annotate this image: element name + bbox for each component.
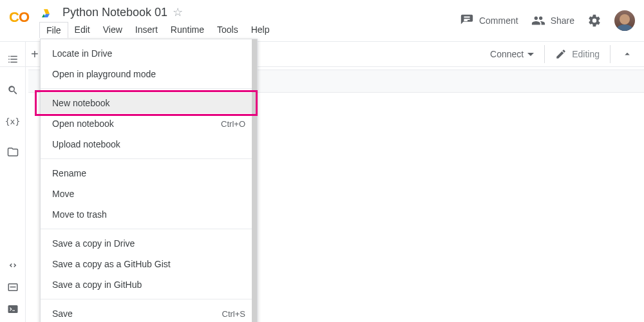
file-menu-item[interactable]: Open notebookCtrl+O (41, 113, 257, 134)
file-menu-item[interactable]: Rename (41, 163, 257, 184)
file-menu-item-label: Save a copy in GitHub (52, 279, 142, 290)
user-avatar[interactable] (614, 10, 635, 31)
pencil-icon (555, 48, 567, 60)
menu-insert[interactable]: Insert (129, 22, 164, 38)
file-menu-item[interactable]: SaveCtrl+S (41, 303, 257, 322)
file-menu-shortcut: Ctrl+S (222, 309, 245, 319)
menu-edit[interactable]: Edit (68, 22, 97, 38)
search-icon[interactable] (6, 84, 19, 97)
menu-separator (41, 88, 257, 89)
file-menu-item-label: Save (52, 308, 73, 319)
file-menu-item[interactable]: Open in playground mode (41, 64, 257, 84)
file-menu-item-label: Open in playground mode (52, 69, 156, 79)
collapse-header-button[interactable] (621, 48, 634, 61)
sidebar-bottom (0, 259, 26, 316)
menubar: File Edit View Insert Runtime Tools Help (39, 22, 460, 38)
title-block: Python Notebook 01 ☆ File Edit View Inse… (39, 5, 460, 38)
comment-button[interactable]: Comment (460, 14, 518, 28)
toc-icon[interactable] (6, 53, 19, 66)
file-menu-item[interactable]: Upload notebook (41, 134, 257, 155)
drive-icon (39, 8, 52, 19)
file-menu-item-label: Locate in Drive (52, 48, 112, 59)
svg-rect-2 (8, 305, 18, 313)
colab-logo: CO (9, 9, 29, 26)
file-menu-item-label: Move (52, 189, 74, 199)
header-actions: Comment Share (460, 10, 635, 31)
file-menu-item-label: Save a copy in Drive (52, 238, 135, 249)
svg-rect-1 (10, 287, 16, 288)
file-menu-item-label: Save a copy as a GitHub Gist (52, 259, 171, 269)
menu-view[interactable]: View (97, 22, 129, 38)
chevron-up-icon (621, 48, 633, 60)
command-palette-icon[interactable] (6, 281, 19, 294)
insert-cell-button[interactable]: + (31, 47, 39, 62)
file-menu-item[interactable]: Move to trash (41, 204, 257, 225)
share-label: Share (551, 15, 574, 26)
file-menu-item-label: New notebook (52, 98, 110, 108)
file-menu-item[interactable]: Save a copy as a GitHub Gist (41, 254, 257, 274)
code-snippets-icon[interactable] (6, 259, 19, 272)
divider (610, 45, 611, 63)
editing-label: Editing (572, 49, 600, 59)
file-menu-item-label: Open notebook (52, 118, 114, 129)
menu-runtime[interactable]: Runtime (164, 22, 211, 38)
file-menu-item[interactable]: Save a copy in Drive (41, 233, 257, 254)
menu-tools[interactable]: Tools (211, 22, 245, 38)
star-icon[interactable]: ☆ (173, 5, 183, 19)
share-button[interactable]: Share (531, 14, 574, 28)
file-menu-item-label: Move to trash (52, 209, 107, 220)
comment-label: Comment (479, 15, 518, 26)
menu-file[interactable]: File (39, 22, 68, 38)
chevron-down-icon (527, 53, 534, 56)
connect-button[interactable]: Connect (490, 49, 534, 59)
file-menu-item[interactable]: Move (41, 184, 257, 204)
divider (544, 45, 545, 63)
file-menu-shortcut: Ctrl+O (221, 119, 245, 129)
files-icon[interactable] (6, 146, 19, 158)
editing-mode-button[interactable]: Editing (555, 48, 600, 60)
menu-scrollbar[interactable] (252, 39, 257, 322)
connect-label: Connect (490, 49, 524, 59)
variables-icon[interactable]: {x} (6, 115, 19, 128)
header: CO Python Notebook 01 ☆ File Edit View I… (0, 0, 644, 41)
menu-separator (41, 229, 257, 229)
file-menu-item-label: Rename (52, 168, 86, 178)
comment-icon (460, 14, 474, 28)
share-icon (531, 14, 545, 28)
document-title[interactable]: Python Notebook 01 (62, 6, 167, 19)
terminal-icon[interactable] (6, 303, 19, 316)
file-menu-item-label: Upload notebook (52, 139, 120, 149)
gear-icon (587, 14, 601, 28)
menu-separator (41, 299, 257, 299)
file-menu-item[interactable]: Locate in Drive (41, 43, 257, 64)
settings-button[interactable] (587, 14, 601, 28)
menu-separator (41, 158, 257, 159)
file-menu-item[interactable]: New notebook (41, 93, 257, 113)
file-menu-item[interactable]: Save a copy in GitHub (41, 274, 257, 295)
menu-help[interactable]: Help (245, 22, 276, 38)
file-menu-dropdown: Locate in DriveOpen in playground modeNe… (40, 39, 258, 322)
